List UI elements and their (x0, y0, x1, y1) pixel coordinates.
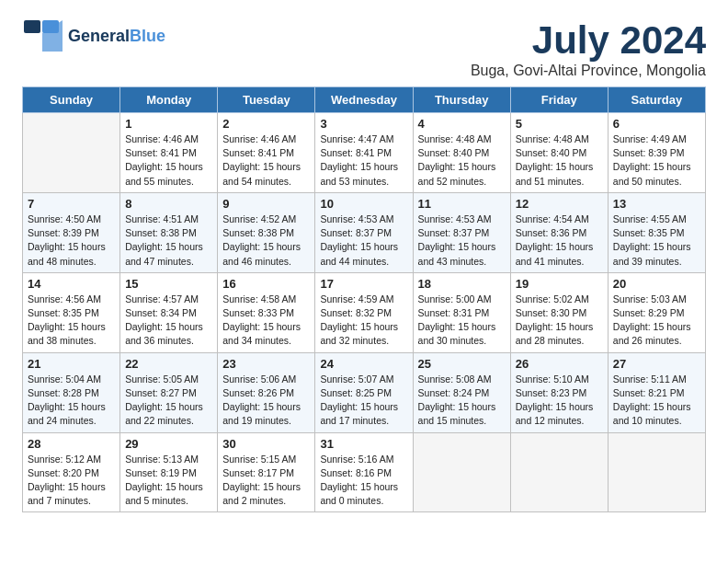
day-info: Sunrise: 5:12 AM Sunset: 8:20 PM Dayligh… (28, 453, 115, 509)
day-number: 21 (28, 357, 115, 371)
calendar-table: SundayMondayTuesdayWednesdayThursdayFrid… (22, 86, 706, 512)
day-info: Sunrise: 4:50 AM Sunset: 8:39 PM Dayligh… (28, 213, 115, 269)
day-number: 31 (320, 437, 407, 451)
calendar-day-cell: 3Sunrise: 4:47 AM Sunset: 8:41 PM Daylig… (315, 113, 413, 193)
day-info: Sunrise: 5:16 AM Sunset: 8:16 PM Dayligh… (320, 453, 407, 509)
calendar-week-row: 14Sunrise: 4:56 AM Sunset: 8:35 PM Dayli… (23, 272, 706, 352)
day-number: 12 (516, 197, 603, 211)
day-number: 10 (320, 197, 407, 211)
day-number: 19 (516, 277, 603, 291)
day-info: Sunrise: 4:46 AM Sunset: 8:41 PM Dayligh… (125, 132, 212, 189)
day-info: Sunrise: 5:05 AM Sunset: 8:27 PM Dayligh… (125, 373, 212, 429)
calendar-day-cell (23, 113, 120, 193)
calendar-day-cell: 13Sunrise: 4:55 AM Sunset: 8:35 PM Dayli… (608, 192, 705, 272)
calendar-day-cell: 18Sunrise: 5:00 AM Sunset: 8:31 PM Dayli… (413, 272, 510, 352)
day-number: 24 (320, 357, 407, 371)
calendar-day-cell: 24Sunrise: 5:07 AM Sunset: 8:25 PM Dayli… (315, 352, 413, 432)
day-of-week-header: Tuesday (218, 87, 315, 113)
header: GeneralBlue July 2024 Buga, Govi-Altai P… (22, 18, 706, 79)
month-title: July 2024 (471, 18, 706, 63)
day-info: Sunrise: 4:59 AM Sunset: 8:32 PM Dayligh… (320, 293, 407, 349)
calendar-day-cell: 12Sunrise: 4:54 AM Sunset: 8:36 PM Dayli… (510, 192, 608, 272)
calendar-day-cell: 29Sunrise: 5:13 AM Sunset: 8:19 PM Dayli… (120, 432, 218, 512)
day-number: 28 (28, 437, 115, 451)
day-of-week-header: Saturday (608, 87, 705, 113)
day-number: 1 (125, 117, 212, 131)
day-number: 15 (125, 277, 212, 291)
calendar-day-cell: 7Sunrise: 4:50 AM Sunset: 8:39 PM Daylig… (23, 192, 120, 272)
calendar-day-cell: 26Sunrise: 5:10 AM Sunset: 8:23 PM Dayli… (510, 352, 608, 432)
calendar-day-cell: 21Sunrise: 5:04 AM Sunset: 8:28 PM Dayli… (23, 352, 120, 432)
day-info: Sunrise: 5:08 AM Sunset: 8:24 PM Dayligh… (418, 373, 506, 429)
day-number: 22 (125, 357, 212, 371)
day-info: Sunrise: 5:00 AM Sunset: 8:31 PM Dayligh… (418, 293, 506, 349)
day-number: 18 (418, 277, 506, 291)
day-number: 26 (516, 357, 603, 371)
calendar-day-cell: 11Sunrise: 4:53 AM Sunset: 8:37 PM Dayli… (413, 192, 510, 272)
day-info: Sunrise: 4:57 AM Sunset: 8:34 PM Dayligh… (125, 293, 212, 349)
calendar-day-cell: 15Sunrise: 4:57 AM Sunset: 8:34 PM Dayli… (120, 272, 218, 352)
title-block: July 2024 Buga, Govi-Altai Province, Mon… (471, 18, 706, 79)
day-number: 25 (418, 357, 506, 371)
day-info: Sunrise: 4:51 AM Sunset: 8:38 PM Dayligh… (125, 213, 212, 269)
day-number: 6 (613, 117, 700, 131)
calendar-day-cell: 6Sunrise: 4:49 AM Sunset: 8:39 PM Daylig… (608, 113, 705, 193)
calendar-day-cell: 19Sunrise: 5:02 AM Sunset: 8:30 PM Dayli… (510, 272, 608, 352)
logo: GeneralBlue (22, 18, 165, 55)
day-info: Sunrise: 4:56 AM Sunset: 8:35 PM Dayligh… (28, 293, 115, 349)
logo-blue: Blue (130, 27, 165, 45)
calendar-day-cell (510, 432, 608, 512)
day-info: Sunrise: 4:49 AM Sunset: 8:39 PM Dayligh… (613, 132, 700, 189)
calendar-day-cell: 22Sunrise: 5:05 AM Sunset: 8:27 PM Dayli… (120, 352, 218, 432)
day-number: 30 (222, 437, 310, 451)
day-info: Sunrise: 4:55 AM Sunset: 8:35 PM Dayligh… (613, 213, 700, 269)
calendar-week-row: 1Sunrise: 4:46 AM Sunset: 8:41 PM Daylig… (23, 113, 706, 193)
day-number: 2 (222, 117, 310, 131)
calendar-day-cell: 23Sunrise: 5:06 AM Sunset: 8:26 PM Dayli… (218, 352, 315, 432)
calendar-day-cell: 17Sunrise: 4:59 AM Sunset: 8:32 PM Dayli… (315, 272, 413, 352)
day-of-week-header: Thursday (413, 87, 510, 113)
day-of-week-header: Wednesday (315, 87, 413, 113)
day-info: Sunrise: 4:52 AM Sunset: 8:38 PM Dayligh… (222, 213, 310, 269)
calendar-day-cell: 31Sunrise: 5:16 AM Sunset: 8:16 PM Dayli… (315, 432, 413, 512)
calendar-day-cell: 8Sunrise: 4:51 AM Sunset: 8:38 PM Daylig… (120, 192, 218, 272)
day-info: Sunrise: 5:02 AM Sunset: 8:30 PM Dayligh… (516, 293, 603, 349)
day-info: Sunrise: 4:54 AM Sunset: 8:36 PM Dayligh… (516, 213, 603, 269)
calendar-day-cell: 9Sunrise: 4:52 AM Sunset: 8:38 PM Daylig… (218, 192, 315, 272)
calendar-day-cell: 28Sunrise: 5:12 AM Sunset: 8:20 PM Dayli… (23, 432, 120, 512)
day-info: Sunrise: 5:03 AM Sunset: 8:29 PM Dayligh… (613, 293, 700, 349)
day-number: 29 (125, 437, 212, 451)
calendar-day-cell: 10Sunrise: 4:53 AM Sunset: 8:37 PM Dayli… (315, 192, 413, 272)
day-info: Sunrise: 5:04 AM Sunset: 8:28 PM Dayligh… (28, 373, 115, 429)
day-info: Sunrise: 4:48 AM Sunset: 8:40 PM Dayligh… (516, 132, 603, 189)
page-container: GeneralBlue July 2024 Buga, Govi-Altai P… (0, 0, 728, 531)
day-info: Sunrise: 4:46 AM Sunset: 8:41 PM Dayligh… (222, 132, 310, 189)
day-number: 14 (28, 277, 115, 291)
day-info: Sunrise: 4:58 AM Sunset: 8:33 PM Dayligh… (222, 293, 310, 349)
calendar-day-cell: 5Sunrise: 4:48 AM Sunset: 8:40 PM Daylig… (510, 113, 608, 193)
day-of-week-header: Monday (120, 87, 218, 113)
day-info: Sunrise: 4:48 AM Sunset: 8:40 PM Dayligh… (418, 132, 506, 189)
day-of-week-header: Friday (510, 87, 608, 113)
calendar-day-cell (608, 432, 705, 512)
calendar-week-row: 21Sunrise: 5:04 AM Sunset: 8:28 PM Dayli… (23, 352, 706, 432)
day-number: 5 (516, 117, 603, 131)
day-number: 3 (320, 117, 407, 131)
calendar-week-row: 28Sunrise: 5:12 AM Sunset: 8:20 PM Dayli… (23, 432, 706, 512)
day-number: 9 (222, 197, 310, 211)
day-info: Sunrise: 5:06 AM Sunset: 8:26 PM Dayligh… (222, 373, 310, 429)
day-info: Sunrise: 4:53 AM Sunset: 8:37 PM Dayligh… (418, 213, 506, 269)
day-number: 17 (320, 277, 407, 291)
calendar-header-row: SundayMondayTuesdayWednesdayThursdayFrid… (23, 87, 706, 113)
day-info: Sunrise: 5:10 AM Sunset: 8:23 PM Dayligh… (516, 373, 603, 429)
calendar-day-cell: 20Sunrise: 5:03 AM Sunset: 8:29 PM Dayli… (608, 272, 705, 352)
day-info: Sunrise: 4:47 AM Sunset: 8:41 PM Dayligh… (320, 132, 407, 189)
calendar-day-cell: 4Sunrise: 4:48 AM Sunset: 8:40 PM Daylig… (413, 113, 510, 193)
day-number: 23 (222, 357, 310, 371)
day-number: 20 (613, 277, 700, 291)
day-info: Sunrise: 5:11 AM Sunset: 8:21 PM Dayligh… (613, 373, 700, 429)
calendar-week-row: 7Sunrise: 4:50 AM Sunset: 8:39 PM Daylig… (23, 192, 706, 272)
calendar-day-cell: 30Sunrise: 5:15 AM Sunset: 8:17 PM Dayli… (218, 432, 315, 512)
day-number: 4 (418, 117, 506, 131)
day-number: 13 (613, 197, 700, 211)
